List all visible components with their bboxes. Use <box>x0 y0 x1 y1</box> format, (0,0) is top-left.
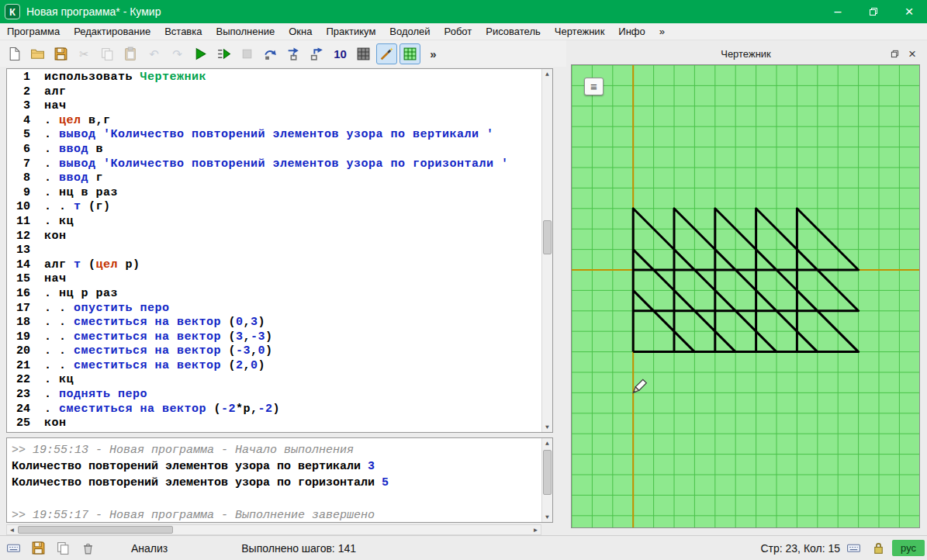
editor-scrollbar-thumb[interactable] <box>543 220 552 254</box>
quick-run-button[interactable] <box>376 43 397 64</box>
step2-icon <box>286 47 301 61</box>
undo-icon: ↶ <box>149 48 159 60</box>
toggle-line-numbers-button[interactable]: 10 <box>330 43 351 64</box>
copy-icon <box>100 47 115 61</box>
code-line: 6. ввод в <box>7 143 552 157</box>
line-number: 24 <box>7 403 30 417</box>
statusbar-right-icons <box>840 541 892 555</box>
horizontal-scrollbar[interactable]: ◄ ► <box>6 524 541 535</box>
clipboard-state-icon[interactable] <box>56 541 71 555</box>
maximize-button[interactable] <box>856 0 891 23</box>
drawer-controls: × <box>891 43 916 64</box>
lock-icon[interactable] <box>871 541 886 555</box>
menu-item[interactable]: Редактирование <box>67 24 157 39</box>
gridGreen-icon <box>403 47 417 61</box>
copy-button <box>97 43 118 64</box>
cut-button: ✂ <box>74 43 95 64</box>
keyboard-layout-icon[interactable] <box>846 541 861 555</box>
drawer-canvas[interactable]: ≡ <box>571 64 920 528</box>
code-line: 25кон <box>7 417 552 431</box>
code-line: 19. . сместиться на вектор (3,-3) <box>7 330 552 345</box>
drawer-canvas-svg <box>572 65 919 527</box>
scroll-down-arrow[interactable]: ▼ <box>542 512 552 522</box>
line-number: 10 <box>7 200 30 215</box>
line-number: 3 <box>7 99 30 114</box>
line-number: 15 <box>7 272 30 287</box>
code-editor[interactable]: 1использовать Чертежник2алг3нач4. цел в,… <box>6 68 553 433</box>
drawer-header[interactable]: Чертежник × <box>569 43 922 64</box>
cursor-mode-icon[interactable] <box>6 541 21 555</box>
drawer-menu-button[interactable]: ≡ <box>584 78 604 95</box>
save-state-icon[interactable] <box>31 541 46 555</box>
code-line: 8. ввод г <box>7 171 552 186</box>
trash-icon[interactable] <box>81 541 95 555</box>
code-line: 5. вывод 'Количество повторений элементо… <box>7 128 552 143</box>
menu-item[interactable]: Робот <box>438 24 479 39</box>
step-over-button[interactable] <box>260 43 281 64</box>
paste-button <box>120 43 141 64</box>
scroll-left-arrow[interactable]: ◄ <box>7 525 17 534</box>
drawer-window: Чертежник × ≡ <box>569 43 922 532</box>
close-button[interactable]: × <box>891 0 927 23</box>
wand-icon <box>379 47 394 61</box>
menu-bar: ПрограммаРедактированиеВставкаВыполнение… <box>0 23 927 40</box>
scroll-right-arrow[interactable]: ► <box>531 525 541 534</box>
line-number: 16 <box>7 287 30 302</box>
console-vertical-scrollbar[interactable]: ▲ ▼ <box>541 438 552 522</box>
minimize-button[interactable]: – <box>820 0 856 23</box>
console-panel[interactable]: >> 19:55:13 - Новая программа - Начало в… <box>6 437 553 523</box>
menu-item[interactable]: Инфо <box>611 24 652 39</box>
save-program-button[interactable] <box>50 43 71 64</box>
drawer-close-button[interactable]: × <box>908 47 916 60</box>
app-logo-icon: К <box>5 4 20 19</box>
menu-item[interactable]: Водолей <box>382 24 437 39</box>
menu-item[interactable]: Чертежник <box>548 24 612 39</box>
step1-icon <box>263 47 278 61</box>
scroll-down-arrow[interactable]: ▼ <box>542 422 552 432</box>
show-drawer-button[interactable] <box>400 43 420 64</box>
new-program-button[interactable] <box>4 43 25 64</box>
console-input-echo: 5 <box>382 476 389 489</box>
console-lines: >> 19:55:13 - Новая программа - Начало в… <box>7 438 552 523</box>
code-line: 14алг т (цел р) <box>7 258 552 273</box>
redo-icon: ↷ <box>172 48 182 60</box>
code-line: 3нач <box>7 99 552 114</box>
console-line: >> 19:55:17 - Новая программа - Выполнен… <box>12 507 552 523</box>
menu-item[interactable]: Окна <box>282 24 319 39</box>
keyboard-layout-badge[interactable]: рус <box>892 540 925 556</box>
toolbar: ✂↶↷10» <box>0 40 566 67</box>
step-out-button[interactable] <box>306 43 327 64</box>
menu-item[interactable]: Программа <box>0 24 67 39</box>
code-line: 11. кц <box>7 215 552 230</box>
title-bar: К Новая программа* - Кумир – × <box>0 0 927 23</box>
line-number: 9 <box>7 186 30 201</box>
open-program-button[interactable] <box>27 43 48 64</box>
menu-item[interactable]: Вставка <box>157 24 209 39</box>
window-controls: – × <box>820 0 927 23</box>
step-into-button[interactable] <box>283 43 304 64</box>
menu-item[interactable]: Практикум <box>319 24 382 39</box>
restore-icon <box>869 7 878 16</box>
drawer-float-button[interactable] <box>891 50 899 58</box>
console-line: Количество повторений элементов узора по… <box>12 458 552 475</box>
menu-item[interactable]: Выполнение <box>209 24 282 39</box>
code-line: 24. сместиться на вектор (-2*р,-2) <box>7 403 552 417</box>
show-robot-field-button[interactable] <box>353 43 374 64</box>
scroll-up-arrow[interactable]: ▲ <box>542 438 552 448</box>
stop-button <box>237 43 258 64</box>
scroll-up-arrow[interactable]: ▲ <box>542 69 552 79</box>
line-number: 5 <box>7 128 30 143</box>
run-step-by-step-button[interactable] <box>213 43 234 64</box>
console-scrollbar-thumb[interactable] <box>543 450 552 495</box>
menu-item[interactable]: Рисователь <box>479 24 547 39</box>
menu-item[interactable]: » <box>652 24 672 39</box>
editor-vertical-scrollbar[interactable]: ▲ ▼ <box>541 69 552 432</box>
line-number: 6 <box>7 143 30 157</box>
floppy-icon <box>54 47 68 61</box>
toolbar-overflow-button[interactable]: » <box>423 43 444 64</box>
status-mode: Анализ <box>131 542 168 555</box>
horizontal-scrollbar-thumb[interactable] <box>18 526 173 534</box>
line-number: 12 <box>7 230 30 244</box>
run-button[interactable] <box>190 43 211 64</box>
line-number: 2 <box>7 85 30 100</box>
